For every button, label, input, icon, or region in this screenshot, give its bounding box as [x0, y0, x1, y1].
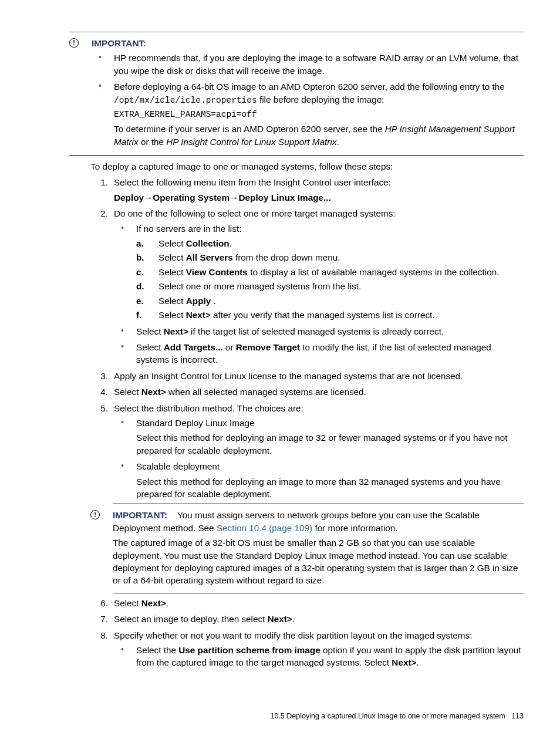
- menu-path: Deploy→Operating System→Deploy Linux Ima…: [114, 191, 524, 204]
- list-item: d.Select one or more managed systems fro…: [136, 280, 524, 292]
- text-block: Select this method for deploying an imag…: [136, 475, 524, 501]
- lettered-list: a.Select Collection. b.Select All Server…: [136, 237, 524, 321]
- text: .: [416, 657, 419, 667]
- code-block: EXTRA_KERNEL_PARAMS=acpi=off: [114, 109, 524, 120]
- list-item: Select Add Targets... or Remove Target t…: [114, 341, 524, 366]
- text: Before deploying a 64-bit OS image to an…: [114, 82, 505, 92]
- text: Select: [136, 342, 164, 352]
- cross-reference-link[interactable]: Section 10.4 (page 109): [217, 523, 312, 533]
- ui-label: Add Targets...: [164, 342, 223, 352]
- list-item: 5.Select the distribution method. The ch…: [90, 402, 524, 501]
- code-path: /opt/mx/icle/icle.properties: [114, 96, 257, 105]
- text: for more information.: [312, 523, 397, 533]
- text: HP recommends that, if you are deploying…: [114, 53, 518, 75]
- text: Select: [158, 267, 186, 277]
- ui-label: Remove Target: [236, 342, 300, 352]
- text: .: [336, 137, 339, 147]
- list-item: Standard Deploy Linux Image Select this …: [114, 417, 524, 457]
- intro-text: To deploy a captured image to one or man…: [90, 160, 524, 173]
- text: Select: [114, 598, 141, 608]
- important-note-1: ! IMPORTANT: HP recommends that, if you …: [36, 37, 524, 151]
- ui-label: Next>: [268, 614, 292, 624]
- list-item: f.Select Next> after you verify that the…: [136, 309, 524, 321]
- ui-label: Next>: [141, 598, 166, 608]
- text: Select: [136, 326, 164, 336]
- text: To determine if your server is an AMD Op…: [114, 124, 385, 134]
- text: Select: [158, 252, 186, 262]
- important-list: HP recommends that, if you are deploying…: [92, 52, 524, 148]
- doc-title: HP Insight Control for Linux Support Mat…: [166, 137, 336, 147]
- text: Select: [158, 238, 186, 248]
- list-item: 7.Select an image to deploy, then select…: [90, 613, 524, 625]
- text: Select the: [136, 645, 178, 655]
- list-item: If no servers are in the list: a.Select …: [114, 222, 524, 322]
- divider: [113, 504, 524, 504]
- text: Do one of the following to select one or…: [114, 208, 396, 218]
- text: if the target list of selected managed s…: [188, 326, 444, 336]
- warning-icon: !: [69, 38, 79, 48]
- text: from the drop down menu.: [233, 252, 340, 262]
- text: .: [292, 614, 295, 624]
- nested-list: If no servers are in the list: a.Select …: [114, 222, 524, 366]
- text-block: To determine if your server is an AMD Op…: [114, 123, 524, 148]
- list-item: 6.Select Next>.: [90, 597, 524, 609]
- text: Standard Deploy Linux Image: [136, 418, 255, 428]
- text: after you verify that the managed system…: [211, 310, 435, 320]
- steps-container: 1. Select the following menu item from t…: [90, 176, 524, 500]
- ui-label: Next>: [164, 326, 188, 336]
- text: Select one or more managed systems from …: [158, 281, 361, 291]
- text: Apply an Insight Control for Linux licen…: [114, 371, 463, 381]
- text: Select: [114, 387, 141, 397]
- text: .: [166, 598, 168, 608]
- list-item: 8.Specify whether or not you want to mod…: [90, 629, 524, 669]
- page-footer: 10.5 Deploying a captured Linux image to…: [270, 711, 524, 722]
- list-item: 2. Do one of the following to select one…: [90, 207, 524, 366]
- text: Select an image to deploy, then select: [114, 614, 268, 624]
- text: or the: [141, 137, 166, 147]
- ui-label: Use partition scheme from image: [178, 645, 320, 655]
- text-block: The captured image of a 32-bit OS must b…: [113, 536, 524, 587]
- note-body: IMPORTANT: You must assign servers to ne…: [113, 509, 524, 589]
- list-item: a.Select Collection.: [136, 237, 524, 249]
- list-item: Select the Use partition scheme from ima…: [114, 644, 524, 669]
- text: to display a list of available managed s…: [248, 267, 500, 277]
- text: .: [230, 238, 232, 248]
- important-label: IMPORTANT:: [113, 510, 167, 520]
- divider: [69, 32, 524, 32]
- divider: [113, 593, 524, 593]
- document-page: ! IMPORTANT: HP recommends that, if you …: [0, 0, 560, 746]
- footer-section: 10.5 Deploying a captured Linux image to…: [270, 712, 505, 720]
- page-number: 113: [511, 712, 524, 720]
- list-item: e.Select Apply .: [136, 295, 524, 307]
- ui-label: Next>: [392, 657, 416, 667]
- list-item: Scalable deployment Select this method f…: [114, 460, 524, 500]
- text: If no servers are in the list:: [136, 224, 241, 234]
- numbered-list: 6.Select Next>. 7.Select an image to dep…: [90, 597, 524, 669]
- ui-label: Next>: [186, 310, 211, 320]
- list-item: Select Next> if the target list of selec…: [114, 325, 524, 337]
- list-item: HP recommends that, if you are deploying…: [92, 52, 524, 77]
- important-label: IMPORTANT:: [92, 37, 524, 49]
- text: Select: [158, 296, 186, 306]
- text: when all selected managed systems are li…: [166, 387, 366, 397]
- numbered-list: 1. Select the following menu item from t…: [90, 176, 524, 500]
- steps-container-2: 6.Select Next>. 7.Select an image to dep…: [90, 597, 524, 669]
- note-body: IMPORTANT: HP recommends that, if you ar…: [92, 37, 524, 151]
- ui-label: Collection: [186, 238, 230, 248]
- ui-label: Next>: [141, 387, 166, 397]
- text: Scalable deployment: [136, 461, 220, 471]
- ui-label: View Contents: [186, 267, 248, 277]
- text: Select the distribution method. The choi…: [114, 403, 303, 413]
- text-block: Select this method for deploying an imag…: [136, 431, 524, 457]
- text: Select: [158, 310, 186, 320]
- text: file before deploying the image:: [257, 94, 384, 104]
- list-item: c.Select View Contents to display a list…: [136, 266, 524, 278]
- list-item: 3.Apply an Insight Control for Linux lic…: [90, 370, 524, 382]
- list-item: b.Select All Servers from the drop down …: [136, 251, 524, 264]
- text: .: [211, 296, 216, 306]
- list-item: 1. Select the following menu item from t…: [90, 176, 524, 204]
- divider: [69, 155, 524, 156]
- text: or: [223, 342, 236, 352]
- ui-label: All Servers: [186, 252, 233, 262]
- nested-list: Standard Deploy Linux Image Select this …: [114, 417, 524, 500]
